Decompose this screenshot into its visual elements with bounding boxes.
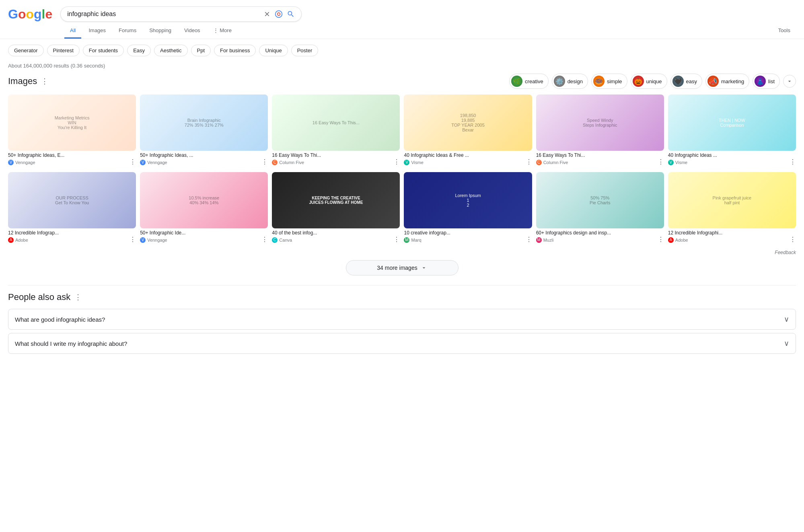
source-row-1: V Venngage ⋮ xyxy=(8,158,136,166)
image-card-1[interactable]: Marketing MetricsWINYou're Killing It 50… xyxy=(8,94,136,166)
more-options-8[interactable]: ⋮ xyxy=(261,236,268,243)
source-favicon-5: C xyxy=(536,160,542,165)
more-options-4[interactable]: ⋮ xyxy=(526,158,532,166)
image-card-9[interactable]: KEEPING THE CREATIVEJUICES FLOWING AT HO… xyxy=(272,172,400,243)
nav-item-all[interactable]: All xyxy=(64,23,81,39)
source-row-12: A Adobe ⋮ xyxy=(668,236,796,243)
more-images-button[interactable]: 34 more images xyxy=(346,260,459,275)
img-chip-marketing[interactable]: 📣 marketing xyxy=(705,74,749,89)
chip-generator[interactable]: Generator xyxy=(8,45,44,56)
chip-poster[interactable]: Poster xyxy=(291,45,319,56)
chip-aesthetic[interactable]: Aesthetic xyxy=(154,45,187,56)
clear-button[interactable] xyxy=(263,10,271,18)
image-card-6[interactable]: THEN | NOWComparison 40 Infographic Idea… xyxy=(668,94,796,166)
nav-bar: All Images Forums Shopping Videos ⋮ More… xyxy=(0,22,804,39)
more-options-11[interactable]: ⋮ xyxy=(658,236,664,243)
chips-expand-button[interactable] xyxy=(783,75,796,88)
search-chips: Generator Pinterest For students Easy Ae… xyxy=(0,39,804,62)
chip-ppt[interactable]: Ppt xyxy=(191,45,211,56)
image-title-5: 16 Easy Ways To Thi... xyxy=(536,152,664,158)
chip-unique[interactable]: Unique xyxy=(259,45,288,56)
more-options-7[interactable]: ⋮ xyxy=(130,236,136,243)
image-card-7[interactable]: OUR PROCESSGet To Know You 12 Incredible… xyxy=(8,172,136,243)
image-title-3: 16 Easy Ways To Thi... xyxy=(272,152,400,158)
image-card-11[interactable]: 50% 75%Pie Charts 60+ Infographics desig… xyxy=(536,172,664,243)
more-options-12[interactable]: ⋮ xyxy=(790,236,796,243)
image-grid-row2: OUR PROCESSGet To Know You 12 Incredible… xyxy=(8,172,796,243)
image-thumb-4: 198,85019,885TOP YEAR 2005Bexar xyxy=(404,94,532,151)
source-favicon-9: C xyxy=(272,237,278,243)
source-name-9: Canva xyxy=(279,238,292,242)
images-section-menu-icon[interactable]: ⋮ xyxy=(41,77,48,86)
image-title-4: 40 Infographic Ideas & Free ... xyxy=(404,152,532,158)
image-card-4[interactable]: 198,85019,885TOP YEAR 2005Bexar 40 Infog… xyxy=(404,94,532,166)
img-chip-unique[interactable]: 🎃 unique xyxy=(631,74,667,89)
image-source-1: V Venngage xyxy=(8,160,35,165)
paa-item-1: What are good infographic ideas? ∨ xyxy=(8,309,796,330)
img-chip-design[interactable]: ⚙️ design xyxy=(552,74,588,89)
source-row-7: A Adobe ⋮ xyxy=(8,236,136,243)
more-options-10[interactable]: ⋮ xyxy=(526,236,532,243)
lens-button[interactable] xyxy=(275,10,283,18)
nav-item-images[interactable]: Images xyxy=(83,23,111,39)
more-options-5[interactable]: ⋮ xyxy=(658,158,664,166)
search-button[interactable] xyxy=(287,10,295,18)
image-thumb-5: Speed WindySteps Infographic xyxy=(536,94,664,151)
source-favicon-12: A xyxy=(668,237,674,243)
google-logo[interactable]: Google xyxy=(8,7,52,22)
image-grid-row1: Marketing MetricsWINYou're Killing It 50… xyxy=(8,94,796,166)
paa-chevron-1: ∨ xyxy=(784,315,789,324)
main-content: Images ⋮ 🌿 creative ⚙️ design 🍩 simple 🎃… xyxy=(0,74,804,364)
paa-question-1[interactable]: What are good infographic ideas? ∨ xyxy=(8,309,796,329)
chip-pinterest[interactable]: Pinterest xyxy=(47,45,80,56)
search-bar xyxy=(60,6,302,22)
image-card-3[interactable]: 16 Easy Ways To This... 16 Easy Ways To … xyxy=(272,94,400,166)
image-card-5[interactable]: Speed WindySteps Infographic 16 Easy Way… xyxy=(536,94,664,166)
nav-item-more[interactable]: ⋮ More xyxy=(208,23,237,39)
img-chip-creative[interactable]: 🌿 creative xyxy=(509,74,549,89)
more-options-6[interactable]: ⋮ xyxy=(790,158,796,166)
source-name-1: Venngage xyxy=(15,160,35,165)
paa-menu-icon[interactable]: ⋮ xyxy=(74,293,82,302)
search-bar-icons xyxy=(263,10,295,18)
search-input[interactable] xyxy=(67,10,259,18)
image-title-11: 60+ Infographics design and insp... xyxy=(536,230,664,236)
header: Google xyxy=(0,0,804,22)
image-source-5: C Column Five xyxy=(536,160,568,165)
source-row-2: V Venngage ⋮ xyxy=(140,158,268,166)
nav-tools-button[interactable]: Tools xyxy=(773,23,796,39)
nav-item-videos[interactable]: Videos xyxy=(179,23,206,39)
image-source-2: V Venngage xyxy=(140,160,167,165)
more-options-2[interactable]: ⋮ xyxy=(261,158,268,166)
nav-item-shopping[interactable]: Shopping xyxy=(144,23,177,39)
image-card-8[interactable]: 10.5% increase40% 34% 14% 50+ Infographi… xyxy=(140,172,268,243)
more-options-9[interactable]: ⋮ xyxy=(393,236,400,243)
image-title-1: 50+ Infographic Ideas, E... xyxy=(8,152,136,158)
image-card-10[interactable]: Lorem Ipsum12 10 creative infograp... M … xyxy=(404,172,532,243)
img-chip-easy[interactable]: 🖤 easy xyxy=(670,74,702,89)
image-source-9: C Canva xyxy=(272,237,292,243)
simple-chip-icon: 🍩 xyxy=(593,76,605,87)
chip-easy[interactable]: Easy xyxy=(127,45,151,56)
image-card-2[interactable]: Brain Infographic72% 35% 31% 27% 50+ Inf… xyxy=(140,94,268,166)
easy-chip-icon: 🖤 xyxy=(672,76,684,87)
chip-for-business[interactable]: For business xyxy=(214,45,256,56)
image-source-10: M Marq xyxy=(404,237,421,243)
chip-for-students[interactable]: For students xyxy=(83,45,124,56)
source-name-12: Adobe xyxy=(675,238,688,242)
image-card-12[interactable]: Pink grapefruit juicehalf pint 12 Incred… xyxy=(668,172,796,243)
image-thumb-8: 10.5% increase40% 34% 14% xyxy=(140,172,268,228)
nav-item-forums[interactable]: Forums xyxy=(113,23,142,39)
img-chip-simple[interactable]: 🍩 simple xyxy=(591,74,627,89)
paa-question-2[interactable]: What should I write my infographic about… xyxy=(8,333,796,353)
img-chip-list[interactable]: 👗 list xyxy=(753,74,780,89)
paa-chevron-2: ∨ xyxy=(784,339,789,348)
image-thumb-12: Pink grapefruit juicehalf pint xyxy=(668,172,796,228)
source-favicon-4: V xyxy=(404,160,409,165)
paa-section: People also ask ⋮ What are good infograp… xyxy=(8,285,796,364)
image-title-12: 12 Incredible Infographi... xyxy=(668,230,796,236)
more-options-1[interactable]: ⋮ xyxy=(130,158,136,166)
image-title-6: 40 Infographic Ideas ... xyxy=(668,152,796,158)
image-thumb-7: OUR PROCESSGet To Know You xyxy=(8,172,136,228)
more-options-3[interactable]: ⋮ xyxy=(393,158,400,166)
